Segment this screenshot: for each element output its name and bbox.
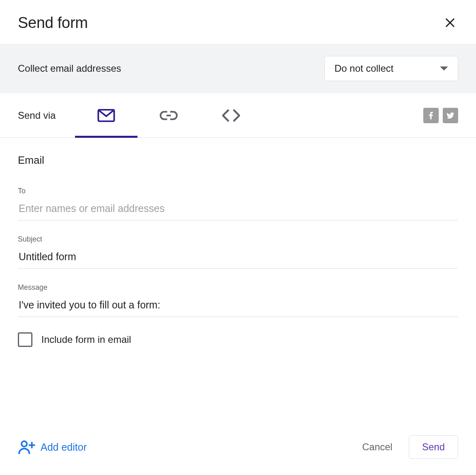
to-field: To: [18, 187, 458, 220]
email-icon: [97, 109, 115, 122]
message-input[interactable]: [18, 296, 458, 317]
twitter-icon: [446, 111, 455, 120]
collect-email-selected-value: Do not collect: [334, 63, 393, 74]
to-label: To: [18, 187, 458, 195]
send-via-tabs: Send via: [0, 93, 476, 138]
facebook-icon: [427, 111, 435, 120]
link-icon: [160, 109, 178, 122]
subject-label: Subject: [18, 235, 458, 244]
dialog-header: Send form: [0, 0, 476, 44]
email-section-title: Email: [18, 154, 458, 167]
tab-embed[interactable]: [200, 93, 262, 137]
send-via-label: Send via: [18, 110, 56, 121]
send-form-dialog: Send form Collect email addresses Do not…: [0, 0, 476, 475]
to-input[interactable]: [18, 199, 458, 220]
tab-email[interactable]: [75, 93, 137, 137]
dialog-footer: Add editor Cancel Send: [0, 426, 476, 475]
subject-input[interactable]: [18, 248, 458, 269]
chevron-down-icon: [440, 66, 448, 71]
include-form-row: Include form in email: [18, 332, 458, 347]
message-field: Message: [18, 283, 458, 317]
close-icon: [444, 17, 456, 29]
close-button[interactable]: [440, 13, 460, 32]
cancel-button[interactable]: Cancel: [352, 436, 402, 458]
include-form-label: Include form in email: [41, 334, 131, 345]
send-button[interactable]: Send: [409, 435, 458, 459]
svg-point-4: [21, 441, 27, 447]
email-panel: Email To Subject Message Include form in…: [0, 138, 476, 426]
svg-marker-2: [440, 66, 448, 71]
share-twitter-button[interactable]: [443, 108, 458, 123]
collect-email-select[interactable]: Do not collect: [324, 56, 458, 81]
collect-email-label: Collect email addresses: [18, 63, 121, 74]
share-facebook-button[interactable]: [423, 108, 439, 123]
add-editor-label: Add editor: [41, 441, 87, 453]
subject-field: Subject: [18, 235, 458, 269]
message-label: Message: [18, 283, 458, 292]
embed-icon: [222, 109, 240, 122]
dialog-title: Send form: [18, 14, 88, 32]
collect-email-row: Collect email addresses Do not collect: [0, 44, 476, 93]
tab-link[interactable]: [137, 93, 200, 137]
include-form-checkbox[interactable]: [18, 332, 32, 347]
person-add-icon: [18, 440, 36, 454]
add-editor-button[interactable]: Add editor: [18, 440, 87, 454]
